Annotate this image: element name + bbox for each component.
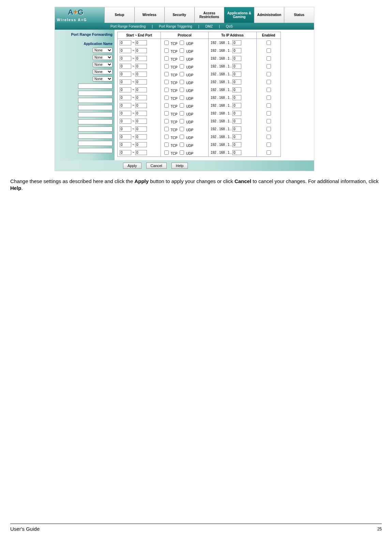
ip-last-octet-input[interactable] xyxy=(232,72,241,77)
ip-last-octet-input[interactable] xyxy=(232,111,241,116)
sub-tab[interactable]: Port Range Triggering xyxy=(153,25,198,28)
tcp-checkbox[interactable] xyxy=(164,48,169,53)
start-port-input[interactable] xyxy=(120,64,131,69)
ip-last-octet-input[interactable] xyxy=(232,64,241,69)
ip-last-octet-input[interactable] xyxy=(232,126,241,132)
ip-last-octet-input[interactable] xyxy=(232,79,241,85)
tcp-checkbox[interactable] xyxy=(164,80,169,84)
udp-checkbox[interactable] xyxy=(180,111,184,116)
enabled-checkbox[interactable] xyxy=(267,80,271,84)
end-port-input[interactable] xyxy=(135,142,147,147)
sub-tab[interactable]: QoS xyxy=(220,25,239,28)
end-port-input[interactable] xyxy=(135,72,147,77)
main-tab[interactable]: Security xyxy=(164,7,194,23)
application-name-input[interactable] xyxy=(78,98,112,103)
end-port-input[interactable] xyxy=(135,48,147,53)
enabled-checkbox[interactable] xyxy=(267,150,271,155)
udp-checkbox[interactable] xyxy=(180,95,184,100)
end-port-input[interactable] xyxy=(135,126,147,132)
udp-checkbox[interactable] xyxy=(180,64,184,69)
enabled-checkbox[interactable] xyxy=(267,72,271,76)
application-name-select[interactable]: None xyxy=(93,69,112,74)
application-name-select[interactable]: None xyxy=(93,55,112,60)
tcp-checkbox[interactable] xyxy=(164,127,169,131)
tcp-checkbox[interactable] xyxy=(164,72,169,76)
ip-last-octet-input[interactable] xyxy=(232,40,241,45)
ip-last-octet-input[interactable] xyxy=(232,95,241,100)
tcp-checkbox[interactable] xyxy=(164,119,169,123)
tcp-checkbox[interactable] xyxy=(164,56,169,61)
ip-last-octet-input[interactable] xyxy=(232,103,241,108)
enabled-checkbox[interactable] xyxy=(267,111,271,116)
tcp-checkbox[interactable] xyxy=(164,88,169,92)
end-port-input[interactable] xyxy=(135,95,147,100)
enabled-checkbox[interactable] xyxy=(267,56,271,61)
udp-checkbox[interactable] xyxy=(180,48,184,53)
sub-tab[interactable]: DMZ xyxy=(199,25,219,28)
tcp-checkbox[interactable] xyxy=(164,150,169,155)
main-tab[interactable]: Applications &Gaming xyxy=(224,7,254,23)
udp-checkbox[interactable] xyxy=(180,72,184,76)
udp-checkbox[interactable] xyxy=(180,127,184,131)
udp-checkbox[interactable] xyxy=(180,80,184,84)
start-port-input[interactable] xyxy=(120,95,131,100)
udp-checkbox[interactable] xyxy=(180,56,184,61)
application-name-input[interactable] xyxy=(78,112,112,117)
start-port-input[interactable] xyxy=(120,56,131,61)
apply-button[interactable]: Apply xyxy=(123,163,141,169)
application-name-input[interactable] xyxy=(78,119,112,124)
main-tab[interactable]: Setup xyxy=(104,7,134,23)
enabled-checkbox[interactable] xyxy=(267,88,271,92)
start-port-input[interactable] xyxy=(120,40,131,45)
end-port-input[interactable] xyxy=(135,79,147,85)
udp-checkbox[interactable] xyxy=(180,88,184,92)
start-port-input[interactable] xyxy=(120,79,131,85)
application-name-select[interactable]: None xyxy=(93,48,112,53)
enabled-checkbox[interactable] xyxy=(267,127,271,131)
udp-checkbox[interactable] xyxy=(180,103,184,108)
application-name-input[interactable] xyxy=(78,105,112,110)
sub-tab[interactable]: Port Range Forwarding xyxy=(104,25,152,28)
end-port-input[interactable] xyxy=(135,64,147,69)
tcp-checkbox[interactable] xyxy=(164,64,169,69)
end-port-input[interactable] xyxy=(135,103,147,108)
end-port-input[interactable] xyxy=(135,40,147,45)
ip-last-octet-input[interactable] xyxy=(232,87,241,92)
start-port-input[interactable] xyxy=(120,48,131,53)
ip-last-octet-input[interactable] xyxy=(232,142,241,147)
enabled-checkbox[interactable] xyxy=(267,95,271,100)
end-port-input[interactable] xyxy=(135,87,147,92)
udp-checkbox[interactable] xyxy=(180,150,184,155)
tcp-checkbox[interactable] xyxy=(164,95,169,100)
main-tab[interactable]: Wireless xyxy=(134,7,164,23)
udp-checkbox[interactable] xyxy=(180,41,184,45)
cancel-button[interactable]: Cancel xyxy=(146,163,167,169)
enabled-checkbox[interactable] xyxy=(267,103,271,108)
ip-last-octet-input[interactable] xyxy=(232,48,241,53)
tcp-checkbox[interactable] xyxy=(164,111,169,116)
udp-checkbox[interactable] xyxy=(180,119,184,123)
enabled-checkbox[interactable] xyxy=(267,135,271,139)
end-port-input[interactable] xyxy=(135,119,147,124)
tcp-checkbox[interactable] xyxy=(164,135,169,139)
help-button[interactable]: Help xyxy=(171,163,188,169)
application-name-input[interactable] xyxy=(78,126,112,132)
start-port-input[interactable] xyxy=(120,87,131,92)
end-port-input[interactable] xyxy=(135,56,147,61)
start-port-input[interactable] xyxy=(120,134,131,139)
start-port-input[interactable] xyxy=(120,119,131,124)
udp-checkbox[interactable] xyxy=(180,135,184,139)
end-port-input[interactable] xyxy=(135,150,147,155)
ip-last-octet-input[interactable] xyxy=(232,134,241,139)
application-name-input[interactable] xyxy=(78,148,112,153)
tcp-checkbox[interactable] xyxy=(164,41,169,45)
main-tab[interactable]: AccessRestrictions xyxy=(194,7,224,23)
enabled-checkbox[interactable] xyxy=(267,142,271,147)
application-name-select[interactable]: None xyxy=(93,62,112,67)
application-name-input[interactable] xyxy=(78,91,112,96)
ip-last-octet-input[interactable] xyxy=(232,150,241,155)
enabled-checkbox[interactable] xyxy=(267,119,271,123)
start-port-input[interactable] xyxy=(120,150,131,155)
main-tab[interactable]: Status xyxy=(284,7,314,23)
tcp-checkbox[interactable] xyxy=(164,103,169,108)
